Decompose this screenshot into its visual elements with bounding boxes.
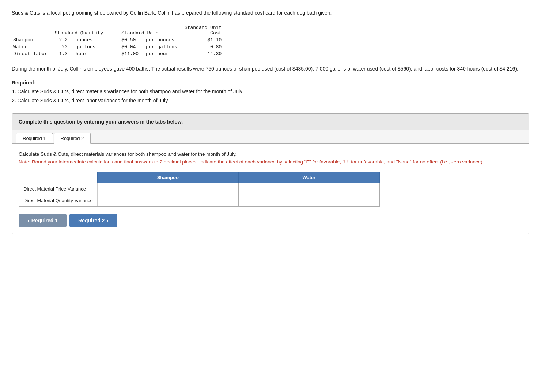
tab-description-main: Calculate Suds & Cuts, direct materials … — [19, 151, 237, 157]
water-price-effect-cell[interactable] — [309, 183, 379, 195]
water-qty-value-cell[interactable] — [238, 195, 309, 206]
required-section: Required: 1. Calculate Suds & Cuts, dire… — [12, 80, 529, 105]
required-list: 1. Calculate Suds & Cuts, direct materia… — [12, 88, 529, 105]
required-item-1: 1. Calculate Suds & Cuts, direct materia… — [12, 88, 529, 95]
labor-rate: $11.00 — [120, 50, 144, 57]
labor-quantity: 1.3 — [53, 50, 73, 57]
next-button[interactable]: Required 2 › — [69, 214, 117, 227]
water-unit: gallons — [73, 44, 109, 50]
next-button-label: Required 2 — [78, 218, 105, 223]
shampoo-price-effect-input[interactable] — [171, 185, 235, 192]
required-item-2-number: 2. — [12, 98, 16, 103]
row-quantity-variance: Direct Material Quantity Variance — [19, 195, 380, 206]
shampoo-rate-unit: per ounces — [144, 37, 183, 44]
question-box: Complete this question by entering your … — [12, 113, 529, 234]
empty-col-header — [19, 172, 98, 183]
header-standard-unit-cost: Standard UnitCost — [183, 24, 227, 37]
item-shampoo: Shampoo — [12, 37, 53, 44]
shampoo-price-value-input[interactable] — [101, 185, 165, 192]
label-price-variance: Direct Material Price Variance — [19, 183, 98, 195]
cost-table-wrapper: Standard Quantity Standard Rate Standard… — [12, 24, 529, 57]
shampoo-cost: $1.10 — [183, 37, 227, 44]
required-item-2-text: Calculate Suds & Cuts, direct labor vari… — [18, 98, 169, 103]
water-qty-value-input[interactable] — [242, 197, 306, 204]
col-empty — [12, 24, 53, 37]
labor-cost: 14.30 — [183, 50, 227, 57]
water-rate-unit: per gallons — [144, 44, 183, 50]
prev-arrow-icon: ‹ — [27, 218, 29, 223]
row-water: Water 20 gallons $0.04 per gallons 0.80 — [12, 44, 227, 50]
water-qty-effect-cell[interactable] — [309, 195, 379, 206]
labor-unit: hour — [73, 50, 109, 57]
answer-table-wrapper: Shampoo Water Direct Material Price Vari… — [19, 172, 522, 207]
header-shampoo: Shampoo — [97, 172, 238, 183]
required-heading: Required: — [12, 80, 529, 86]
tab-description: Calculate Suds & Cuts, direct materials … — [19, 150, 522, 166]
header-water: Water — [238, 172, 379, 183]
item-direct-labor: Direct labor — [12, 50, 53, 57]
item-water: Water — [12, 44, 53, 50]
labor-rate-unit: per hour — [144, 50, 183, 57]
water-price-value-cell[interactable] — [238, 183, 309, 195]
shampoo-qty-value-cell[interactable] — [97, 195, 168, 206]
required-item-1-number: 1. — [12, 88, 16, 94]
water-price-effect-input[interactable] — [312, 185, 377, 192]
row-price-variance: Direct Material Price Variance — [19, 183, 380, 195]
water-quantity: 20 — [53, 44, 73, 50]
row-shampoo: Shampoo 2.2 ounces $0.50 per ounces $1.1… — [12, 37, 227, 44]
header-standard-rate: Standard Rate — [120, 24, 183, 37]
shampoo-qty-effect-cell[interactable] — [168, 195, 238, 206]
description-paragraph: During the month of July, Collin's emplo… — [12, 65, 529, 73]
required-item-2: 2. Calculate Suds & Cuts, direct labor v… — [12, 97, 529, 105]
row-direct-labor: Direct labor 1.3 hour $11.00 per hour 14… — [12, 50, 227, 57]
label-quantity-variance: Direct Material Quantity Variance — [19, 195, 98, 206]
required-item-1-text: Calculate Suds & Cuts, direct materials … — [18, 88, 243, 94]
shampoo-qty-value-input[interactable] — [101, 197, 165, 204]
water-qty-effect-input[interactable] — [312, 197, 377, 204]
tabs-row: Required 1 Required 2 — [12, 130, 529, 144]
cost-table: Standard Quantity Standard Rate Standard… — [12, 24, 227, 57]
tab-required-1[interactable]: Required 1 — [16, 133, 53, 143]
water-cost: 0.80 — [183, 44, 227, 50]
prev-button-label: Required 1 — [31, 218, 58, 223]
prev-button[interactable]: ‹ Required 1 — [19, 214, 67, 227]
shampoo-quantity: 2.2 — [53, 37, 73, 44]
tab-required-2[interactable]: Required 2 — [54, 133, 91, 144]
water-price-value-input[interactable] — [242, 185, 306, 192]
header-standard-quantity: Standard Quantity — [53, 24, 109, 37]
shampoo-unit: ounces — [73, 37, 109, 44]
intro-paragraph: Suds & Cuts is a local pet grooming shop… — [12, 9, 529, 17]
next-arrow-icon: › — [107, 218, 109, 223]
nav-buttons: ‹ Required 1 Required 2 › — [19, 214, 522, 227]
shampoo-price-effect-cell[interactable] — [168, 183, 238, 195]
shampoo-price-value-cell[interactable] — [97, 183, 168, 195]
tab-content: Calculate Suds & Cuts, direct materials … — [12, 144, 529, 234]
answer-table: Shampoo Water Direct Material Price Vari… — [19, 172, 380, 207]
question-box-header: Complete this question by entering your … — [12, 114, 529, 130]
shampoo-rate: $0.50 — [120, 37, 144, 44]
tab-description-note: Note: Round your intermediate calculatio… — [19, 159, 484, 165]
water-rate: $0.04 — [120, 44, 144, 50]
shampoo-qty-effect-input[interactable] — [171, 197, 235, 204]
